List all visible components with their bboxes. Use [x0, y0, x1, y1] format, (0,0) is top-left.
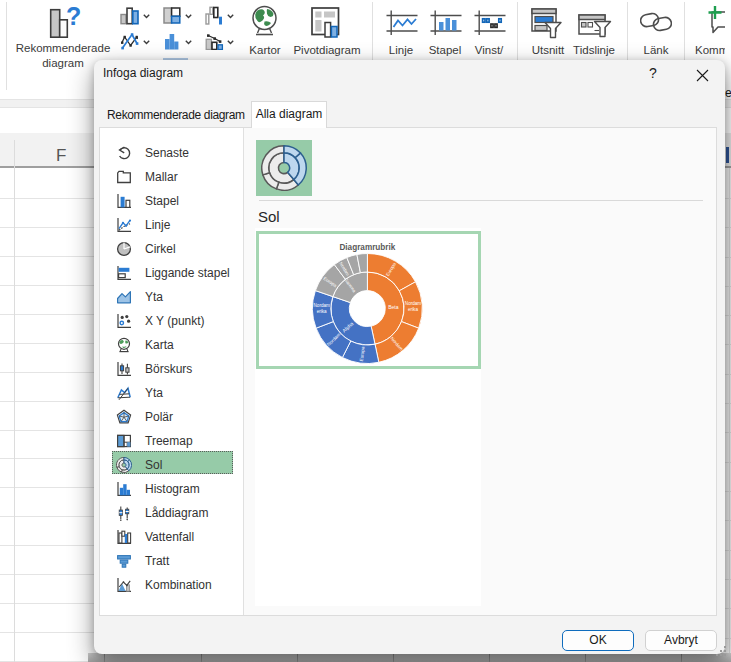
- svg-text:erika: erika: [317, 309, 327, 314]
- svg-text:Nordam: Nordam: [314, 303, 331, 308]
- svg-text:Beta: Beta: [388, 304, 399, 310]
- svg-text:Nordam: Nordam: [405, 301, 422, 306]
- svg-text:erika: erika: [408, 307, 418, 312]
- svg-text:Diagramrubrik: Diagramrubrik: [339, 243, 395, 252]
